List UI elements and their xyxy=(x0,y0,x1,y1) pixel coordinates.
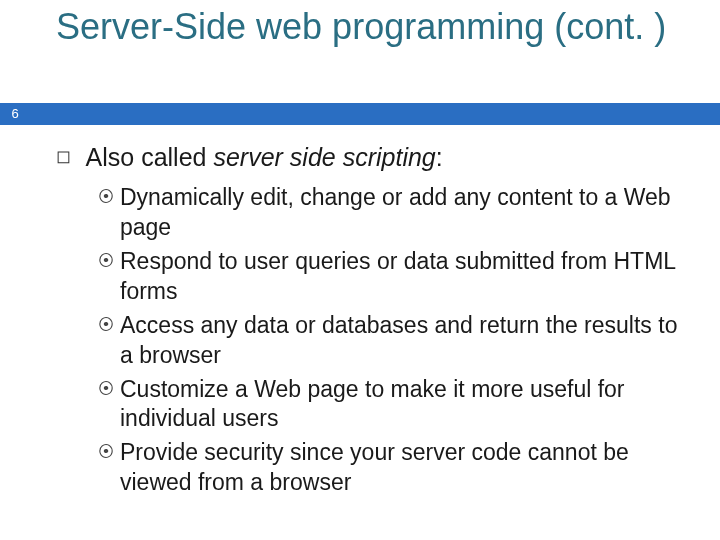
circle-dot-bullet-icon: ⦿ xyxy=(98,442,120,463)
list-item-text: Access any data or databases and return … xyxy=(120,311,696,371)
slide: Server-Side web programming (cont. ) 6 ◻… xyxy=(0,0,720,540)
circle-dot-bullet-icon: ⦿ xyxy=(98,315,120,336)
list-item: ⦿ Respond to user queries or data submit… xyxy=(98,247,696,307)
circle-dot-bullet-icon: ⦿ xyxy=(98,251,120,272)
square-bullet-icon: ◻ xyxy=(56,145,80,168)
circle-dot-bullet-icon: ⦿ xyxy=(98,379,120,400)
page-number-badge: 6 xyxy=(0,103,30,125)
list-item-text: Provide security since your server code … xyxy=(120,438,696,498)
circle-dot-bullet-icon: ⦿ xyxy=(98,187,120,208)
list-item: ⦿ Customize a Web page to make it more u… xyxy=(98,375,696,435)
list-item: ⦿ Dynamically edit, change or add any co… xyxy=(98,183,696,243)
list-item-text: Dynamically edit, change or add any cont… xyxy=(120,183,696,243)
lead-text-suffix: : xyxy=(436,143,443,171)
slide-body: ◻ Also called server side scripting: ⦿ D… xyxy=(56,142,696,502)
list-item: ⦿ Access any data or databases and retur… xyxy=(98,311,696,371)
list-item: ⦿ Provide security since your server cod… xyxy=(98,438,696,498)
list-item-text: Customize a Web page to make it more use… xyxy=(120,375,696,435)
title-underline-bar xyxy=(30,103,720,125)
lead-text-prefix: Also called xyxy=(86,143,214,171)
list-item-text: Respond to user queries or data submitte… xyxy=(120,247,696,307)
lead-text-italic: server side scripting xyxy=(213,143,435,171)
slide-title: Server-Side web programming (cont. ) xyxy=(56,6,696,47)
bullet-level1: ◻ Also called server side scripting: xyxy=(56,142,696,173)
sub-bullet-list: ⦿ Dynamically edit, change or add any co… xyxy=(98,183,696,498)
